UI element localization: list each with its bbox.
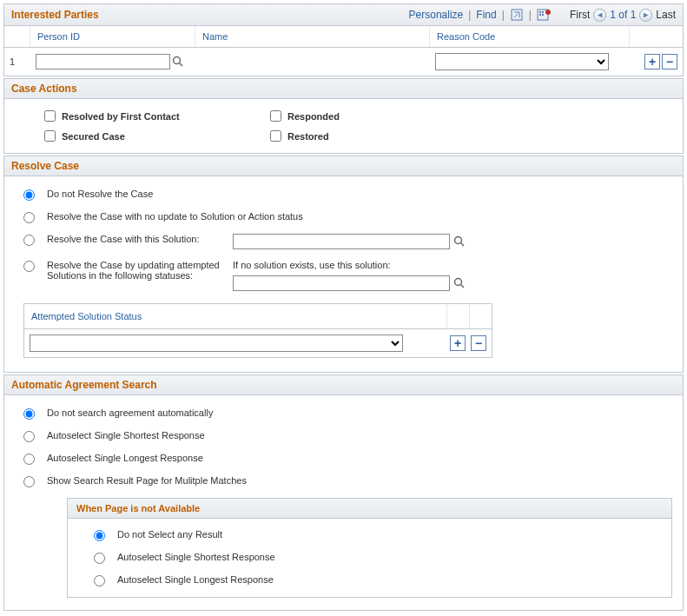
svg-line-10 xyxy=(461,243,465,247)
sub-opt1-radio[interactable] xyxy=(94,530,105,541)
resolve-opt4-label: Resolve the Case by updating attempted S… xyxy=(47,260,221,281)
resolve-case-header: Resolve Case xyxy=(4,156,683,176)
svg-point-11 xyxy=(455,279,462,286)
delete-row-button[interactable]: − xyxy=(471,335,486,351)
sub-opt2-radio[interactable] xyxy=(94,553,105,564)
responded-label: Responded xyxy=(287,111,340,122)
grid-nav: First ◄ 1 of 1 ► Last xyxy=(570,9,676,22)
header-tools: Personalize | Find | | First ◄ 1 of 1 ► … xyxy=(409,8,676,22)
grid-row: 1 + − xyxy=(4,48,683,76)
grid-header-row: Person ID Name Reason Code xyxy=(4,26,683,48)
sub-opt3-label: Autoselect Single Longest Response xyxy=(117,574,274,585)
agreement-opt2-label: Autoselect Single Shortest Response xyxy=(47,430,205,440)
agreement-search-header: Automatic Agreement Search xyxy=(4,375,683,395)
agreement-search-body: Do not search agreement automatically Au… xyxy=(4,395,683,610)
secured-case-checkbox[interactable] xyxy=(44,130,56,142)
page-not-available-title: When Page is not Available xyxy=(68,499,671,519)
svg-rect-5 xyxy=(542,14,544,16)
svg-point-6 xyxy=(545,10,551,15)
resolve-opt1-label: Do not Resolve the Case xyxy=(47,189,153,199)
resolved-first-contact-checkbox[interactable] xyxy=(44,110,56,122)
nav-next-icon[interactable]: ► xyxy=(639,9,652,22)
resolve-opt4-radio[interactable] xyxy=(23,261,35,272)
nav-count: 1 of 1 xyxy=(610,9,636,21)
svg-rect-2 xyxy=(539,11,541,13)
resolve-opt2-label: Resolve the Case with no update to Solut… xyxy=(47,211,303,222)
case-actions-header: Case Actions xyxy=(4,79,683,99)
resolve-opt3-radio[interactable] xyxy=(23,235,35,246)
agreement-opt4-label: Show Search Result Page for Mulitple Mat… xyxy=(47,475,247,486)
agreement-search-section: Automatic Agreement Search Do not search… xyxy=(3,374,684,611)
page-not-available-section: When Page is not Available Do not Select… xyxy=(67,498,672,598)
resolved-first-contact-label: Resolved by First Contact xyxy=(62,111,180,122)
sub-opt3-radio[interactable] xyxy=(94,575,105,586)
nav-last-label[interactable]: Last xyxy=(656,9,676,21)
col-person-id[interactable]: Person ID xyxy=(30,26,195,47)
resolve-case-body: Do not Resolve the Case Resolve the Case… xyxy=(4,176,683,372)
svg-rect-3 xyxy=(542,11,544,13)
restored-checkbox[interactable] xyxy=(270,130,281,142)
restored-label: Restored xyxy=(287,131,329,142)
lookup-icon[interactable] xyxy=(453,277,466,289)
resolve-case-section: Resolve Case Do not Resolve the Case Res… xyxy=(3,156,684,373)
col-name[interactable]: Name xyxy=(195,26,430,47)
attempted-solution-table: Attempted Solution Status + − xyxy=(23,303,492,358)
separator: | xyxy=(468,9,471,21)
add-row-button[interactable]: + xyxy=(450,335,466,351)
button-bar: OK Cancel Apply xyxy=(3,613,684,616)
personalize-link[interactable]: Personalize xyxy=(409,9,464,21)
col-reason-code[interactable]: Reason Code xyxy=(430,26,630,47)
zoom-icon[interactable] xyxy=(510,8,524,22)
add-row-button[interactable]: + xyxy=(644,54,660,70)
svg-point-7 xyxy=(174,57,181,64)
svg-line-8 xyxy=(180,63,183,67)
agreement-opt2-radio[interactable] xyxy=(23,431,35,442)
row-number: 1 xyxy=(4,55,30,69)
resolve-opt3-input[interactable] xyxy=(233,234,450,249)
separator: | xyxy=(502,9,505,21)
attempted-solution-row: + − xyxy=(24,329,492,357)
nav-prev-icon[interactable]: ◄ xyxy=(593,9,606,22)
resolve-opt4-input[interactable] xyxy=(233,275,450,291)
agreement-opt1-label: Do not search agreement automatically xyxy=(47,407,213,418)
resolve-opt4-hint: If no solution exists, use this solution… xyxy=(233,260,466,270)
svg-point-9 xyxy=(455,237,462,244)
agreement-opt3-radio[interactable] xyxy=(23,454,35,465)
case-actions-section: Case Actions Resolved by First Contact R… xyxy=(3,78,684,154)
interested-parties-section: Interested Parties Personalize | Find | … xyxy=(3,3,684,76)
svg-line-12 xyxy=(461,285,465,288)
resolve-opt3-label: Resolve the Case with this Solution: xyxy=(47,234,221,244)
separator: | xyxy=(529,9,532,21)
agreement-opt1-radio[interactable] xyxy=(23,408,35,420)
lookup-icon[interactable] xyxy=(172,56,184,68)
secured-case-label: Secured Case xyxy=(62,131,125,142)
attempted-solution-select[interactable] xyxy=(30,334,403,352)
sub-opt2-label: Autoselect Single Shortest Response xyxy=(117,552,275,562)
find-link[interactable]: Find xyxy=(476,9,496,21)
reason-code-select[interactable] xyxy=(435,53,609,70)
name-cell xyxy=(195,60,430,63)
agreement-opt3-label: Autoselect Single Longest Response xyxy=(47,453,203,463)
page-not-available-body: Do not Select any Result Autoselect Sing… xyxy=(68,519,671,597)
resolve-case-title: Resolve Case xyxy=(11,160,79,172)
resolve-opt2-radio[interactable] xyxy=(23,212,35,223)
person-id-input[interactable] xyxy=(36,54,170,70)
delete-row-button[interactable]: − xyxy=(662,54,677,70)
nav-first-label[interactable]: First xyxy=(570,9,590,21)
responded-checkbox[interactable] xyxy=(270,110,281,122)
case-actions-title: Case Actions xyxy=(11,83,77,95)
case-actions-body: Resolved by First Contact Responded Secu… xyxy=(4,99,683,153)
resolve-opt1-radio[interactable] xyxy=(23,189,35,201)
svg-rect-4 xyxy=(539,14,541,16)
download-icon[interactable] xyxy=(537,8,551,22)
attempted-solution-header[interactable]: Attempted Solution Status xyxy=(24,304,446,328)
interested-parties-header: Interested Parties Personalize | Find | … xyxy=(4,4,683,26)
agreement-opt4-radio[interactable] xyxy=(23,476,35,487)
lookup-icon[interactable] xyxy=(453,235,466,248)
attempted-solution-header-row: Attempted Solution Status xyxy=(24,304,492,329)
interested-parties-title: Interested Parties xyxy=(11,9,99,21)
agreement-search-title: Automatic Agreement Search xyxy=(11,379,157,391)
sub-opt1-label: Do not Select any Result xyxy=(117,529,222,540)
